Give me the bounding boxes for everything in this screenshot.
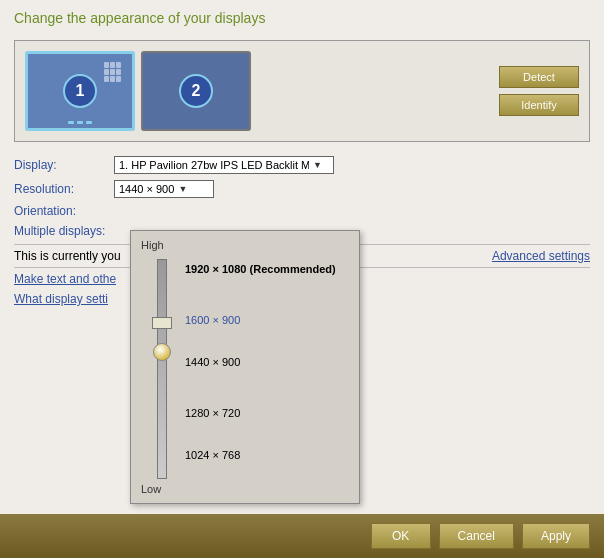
res-item-1080[interactable]: 1920 × 1080 (Recommended) — [181, 259, 349, 280]
cancel-button[interactable]: Cancel — [439, 523, 514, 549]
info-text: This is currently you — [14, 249, 121, 263]
apply-button[interactable]: Apply — [522, 523, 590, 549]
ok-button[interactable]: OK — [371, 523, 431, 549]
detect-button[interactable]: Detect — [499, 66, 579, 88]
monitor-2[interactable]: 2 — [141, 51, 251, 131]
display-dropdown-arrow: ▼ — [313, 160, 322, 170]
resolution-dropdown[interactable]: 1440 × 900 ▼ — [114, 180, 214, 198]
monitor-container: 1 2 — [25, 51, 251, 131]
res-item-768[interactable]: 1024 × 768 — [181, 445, 349, 466]
header: Change the appearance of your displays — [0, 0, 604, 32]
grid-cell — [110, 76, 115, 82]
res-spacer-2 — [181, 332, 349, 352]
page-title: Change the appearance of your displays — [14, 10, 265, 26]
grid-cell — [110, 62, 115, 68]
res-slider-area: 1920 × 1080 (Recommended) 1600 × 900 144… — [141, 255, 349, 479]
grid-cell — [116, 62, 121, 68]
grid-cell — [116, 69, 121, 75]
monitor-1-number: 1 — [63, 74, 97, 108]
slider-thumb[interactable] — [153, 343, 171, 361]
res-low-label: Low — [141, 483, 349, 495]
monitor-1[interactable]: 1 — [25, 51, 135, 131]
resolution-value: 1440 × 900 — [119, 183, 174, 195]
grid-cell — [116, 76, 121, 82]
grid-cell — [104, 76, 109, 82]
monitor-1-grid — [104, 62, 124, 82]
slider-thumb-square[interactable] — [152, 317, 172, 329]
res-options: 1920 × 1080 (Recommended) 1600 × 900 144… — [181, 259, 349, 466]
res-item-900-14[interactable]: 1440 × 900 — [181, 352, 349, 373]
display-row: Display: 1. HP Pavilion 27bw IPS LED Bac… — [14, 156, 590, 174]
res-item-900-16[interactable]: 1600 × 900 — [181, 310, 349, 331]
display-value: 1. HP Pavilion 27bw IPS LED Backlit Moni… — [119, 159, 309, 171]
res-spacer-3 — [181, 373, 349, 403]
main-window: Change the appearance of your displays 1 — [0, 0, 604, 558]
multiple-displays-label: Multiple displays: — [14, 224, 114, 238]
orientation-row: Orientation: — [14, 204, 590, 218]
displays-section: 1 2 — [14, 40, 590, 142]
resolution-dropdown-arrow: ▼ — [178, 184, 187, 194]
resolution-popup: High 1920 × 1080 (Recommended) 1600 × 90… — [130, 230, 360, 504]
bottom-bar: OK Cancel Apply — [0, 514, 604, 558]
display-label: Display: — [14, 158, 114, 172]
base-dot — [77, 121, 83, 124]
identify-button[interactable]: Identify — [499, 94, 579, 116]
resolution-label: Resolution: — [14, 182, 114, 196]
advanced-settings-link[interactable]: Advanced settings — [492, 249, 590, 263]
detect-buttons: Detect Identify — [499, 66, 579, 116]
grid-cell — [104, 62, 109, 68]
what-text-link[interactable]: What display setti — [14, 292, 108, 306]
slider-container — [141, 255, 171, 479]
make-text-link[interactable]: Make text and othe — [14, 272, 116, 286]
monitor-1-base — [68, 121, 92, 124]
res-item-720[interactable]: 1280 × 720 — [181, 403, 349, 424]
orientation-label: Orientation: — [14, 204, 114, 218]
monitor-2-number: 2 — [179, 74, 213, 108]
display-dropdown[interactable]: 1. HP Pavilion 27bw IPS LED Backlit Moni… — [114, 156, 334, 174]
slider-track[interactable] — [157, 259, 167, 479]
resolution-row: Resolution: 1440 × 900 ▼ — [14, 180, 590, 198]
res-spacer-1 — [181, 280, 349, 310]
base-dot — [86, 121, 92, 124]
base-dot — [68, 121, 74, 124]
grid-cell — [104, 69, 109, 75]
res-spacer-4 — [181, 425, 349, 445]
res-high-label: High — [141, 239, 349, 251]
grid-cell — [110, 69, 115, 75]
